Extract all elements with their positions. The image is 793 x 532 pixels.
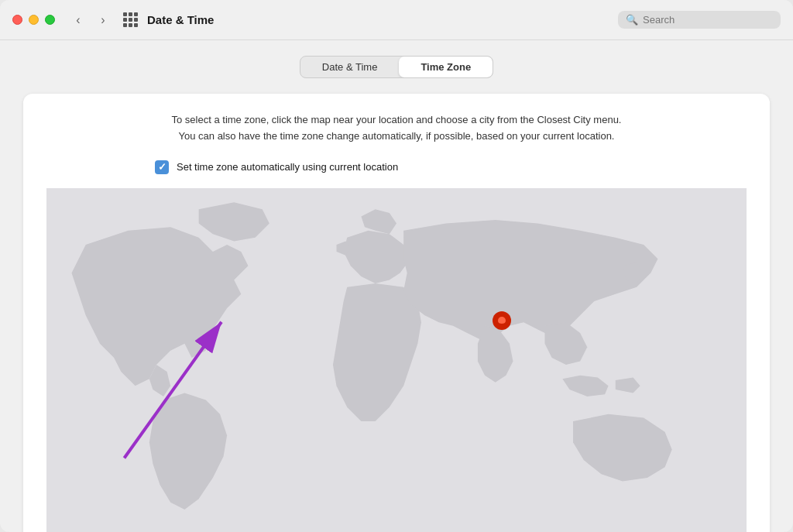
- traffic-lights: [12, 15, 55, 25]
- checkmark-icon: ✓: [158, 162, 166, 172]
- search-bar: 🔍: [618, 11, 781, 29]
- window-title: Date & Time: [147, 13, 214, 26]
- forward-button[interactable]: ›: [92, 9, 114, 31]
- main-window: ‹ › Date & Time 🔍 Date & Time Time Zone: [0, 0, 793, 532]
- checkbox-row: ✓ Set time zone automatically using curr…: [46, 160, 747, 174]
- map-container[interactable]: [46, 188, 747, 532]
- tab-date-time[interactable]: Date & Time: [300, 57, 400, 77]
- maximize-button[interactable]: [45, 15, 55, 25]
- tab-time-zone[interactable]: Time Zone: [399, 57, 493, 77]
- settings-card: To select a time zone, click the map nea…: [23, 94, 770, 532]
- checkbox-label: Set time zone automatically using curren…: [177, 161, 398, 173]
- tab-bar: Date & Time Time Zone: [300, 56, 493, 78]
- nav-buttons: ‹ ›: [67, 9, 114, 31]
- close-button[interactable]: [12, 15, 22, 25]
- search-icon: 🔍: [626, 14, 638, 26]
- world-map[interactable]: [46, 188, 747, 532]
- content-area: Date & Time Time Zone To select a time z…: [0, 40, 793, 532]
- minimize-button[interactable]: [29, 15, 39, 25]
- search-input[interactable]: [643, 14, 773, 26]
- back-button[interactable]: ‹: [67, 9, 89, 31]
- titlebar: ‹ › Date & Time 🔍: [0, 0, 793, 40]
- location-pin: [493, 311, 511, 336]
- grid-icon[interactable]: [123, 12, 138, 27]
- auto-timezone-checkbox[interactable]: ✓: [155, 160, 169, 174]
- description-text: To select a time zone, click the map nea…: [46, 112, 747, 145]
